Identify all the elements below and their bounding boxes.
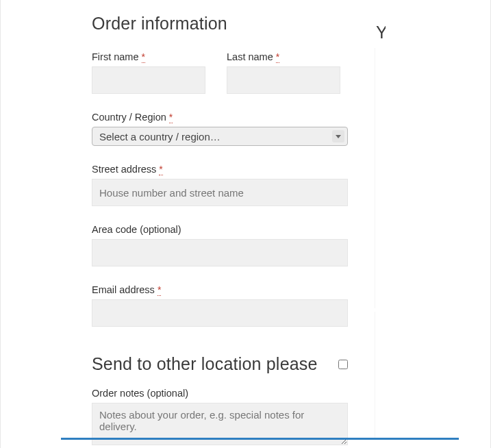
required-asterisk: * bbox=[142, 51, 145, 63]
last-name-input[interactable] bbox=[227, 66, 340, 94]
first-name-input[interactable] bbox=[92, 66, 205, 94]
area-code-label: Area code (optional) bbox=[92, 224, 348, 235]
ship-to-other-checkbox[interactable] bbox=[338, 360, 348, 369]
email-label: Email address * bbox=[92, 284, 348, 295]
progress-bar bbox=[61, 438, 459, 440]
required-asterisk: * bbox=[158, 284, 161, 296]
email-input[interactable] bbox=[92, 299, 348, 327]
required-asterisk: * bbox=[276, 51, 279, 63]
sidebar-panel bbox=[375, 48, 464, 308]
country-label: Country / Region * bbox=[92, 112, 348, 123]
street-label: Street address * bbox=[92, 164, 348, 175]
street-input[interactable] bbox=[92, 179, 348, 206]
last-name-label: Last name * bbox=[227, 51, 348, 62]
street-label-text: Street address bbox=[92, 164, 156, 175]
first-name-label-text: First name bbox=[92, 51, 139, 62]
chevron-down-icon bbox=[332, 130, 344, 142]
email-label-text: Email address bbox=[92, 284, 155, 295]
last-name-label-text: Last name bbox=[227, 51, 273, 62]
country-select[interactable]: Select a country / region… bbox=[92, 127, 348, 146]
sidebar-panel-lower bbox=[375, 312, 464, 438]
required-asterisk: * bbox=[159, 164, 162, 175]
billing-heading: Order information bbox=[92, 14, 348, 34]
country-label-text: Country / Region bbox=[92, 112, 166, 123]
country-selected-text: Select a country / region… bbox=[99, 131, 221, 142]
first-name-label: First name * bbox=[92, 51, 213, 62]
required-asterisk: * bbox=[169, 112, 173, 123]
area-code-input[interactable] bbox=[92, 239, 348, 266]
shipping-heading: Send to other location please bbox=[92, 354, 318, 374]
sidebar-heading-cutoff: Y bbox=[376, 23, 386, 42]
order-notes-label: Order notes (optional) bbox=[92, 388, 348, 399]
